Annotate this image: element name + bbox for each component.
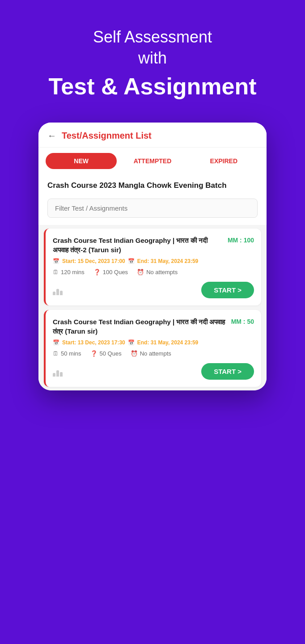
batch-title: Crash Course 2023 Mangla Chowk Evening B… xyxy=(47,181,258,191)
back-button[interactable]: ← xyxy=(47,131,56,141)
phone-wrapper: ← Test/Assignment List NEW ATTEMPTED EXP… xyxy=(0,114,305,408)
questions-label-2: 50 Ques xyxy=(100,350,122,357)
batch-section: Crash Course 2023 Mangla Chowk Evening B… xyxy=(38,174,267,195)
clock-icon-2: 🗓 xyxy=(53,350,59,357)
calendar-icon-start: 📅 xyxy=(53,258,59,264)
timer-icon: ⏰ xyxy=(137,269,144,275)
start-date: Start: 15 Dec, 2023 17:00 xyxy=(62,258,125,264)
duration-item-2: 🗓 50 mins xyxy=(53,350,81,357)
end-date: End: 31 May, 2024 23:59 xyxy=(137,258,199,264)
attempts-label-2: No attempts xyxy=(140,350,171,357)
hero-section: Self Assessment with Test & Assignment xyxy=(0,0,305,114)
test-card-2: Crash Course Test Indian Geography | भार… xyxy=(44,310,261,387)
hero-subtitle: Self Assessment with xyxy=(18,27,287,69)
test-card: Crash Course Test Indian Geography | भार… xyxy=(44,229,261,305)
test-card-top-2: Crash Course Test Indian Geography | भार… xyxy=(53,317,254,336)
calendar-icon-end-2: 📅 xyxy=(128,339,135,346)
bar3 xyxy=(60,291,63,295)
calendar-icon-start-2: 📅 xyxy=(53,339,59,346)
test-title: Crash Course Test Indian Geography | भार… xyxy=(53,236,223,254)
bar1 xyxy=(53,292,55,295)
bar2 xyxy=(56,289,59,295)
start-date-2: Start: 13 Dec, 2023 17:30 xyxy=(62,339,125,346)
header-title: Test/Assignment List xyxy=(62,131,152,141)
start-button-2[interactable]: START > xyxy=(201,363,254,380)
meta-row: 🗓 120 mins ❓ 100 Ques ⏰ No attempts xyxy=(53,269,254,275)
test-card-top: Crash Course Test Indian Geography | भार… xyxy=(53,236,254,254)
tab-new[interactable]: NEW xyxy=(46,153,117,169)
questions-item: ❓ 100 Ques xyxy=(93,269,128,275)
card-footer: START > xyxy=(53,282,254,298)
date-row-2: 📅 Start: 13 Dec, 2023 17:30 📅 End: 31 Ma… xyxy=(53,339,254,346)
meta-row-2: 🗓 50 mins ❓ 50 Ques ⏰ No attempts xyxy=(53,350,254,357)
start-button-1[interactable]: START > xyxy=(201,282,254,298)
filter-section xyxy=(38,195,267,225)
bar2-2 xyxy=(56,370,59,377)
hero-subtitle-line2: with xyxy=(138,49,167,67)
bar3-2 xyxy=(60,372,63,377)
end-date-2: End: 31 May, 2024 23:59 xyxy=(137,339,199,346)
test-title-2: Crash Course Test Indian Geography | भार… xyxy=(53,317,227,336)
question-icon-2: ❓ xyxy=(90,350,97,357)
calendar-icon-end: 📅 xyxy=(128,258,135,264)
timer-icon-2: ⏰ xyxy=(131,350,138,357)
duration-item: 🗓 120 mins xyxy=(53,269,85,275)
filter-input[interactable] xyxy=(47,199,258,218)
mm-badge: MM : 100 xyxy=(228,237,254,244)
card-header: ← Test/Assignment List xyxy=(38,123,267,148)
bar1-2 xyxy=(53,373,55,377)
hero-subtitle-line1: Self Assessment xyxy=(93,28,212,46)
questions-item-2: ❓ 50 Ques xyxy=(90,350,122,357)
duration-label: 120 mins xyxy=(61,269,85,275)
chart-icon xyxy=(53,285,63,295)
tests-list: Crash Course Test Indian Geography | भार… xyxy=(38,225,267,390)
mm-badge-2: MM : 50 xyxy=(231,318,254,325)
card-footer-2: START > xyxy=(53,363,254,380)
tabs-row: NEW ATTEMPTED EXPIRED xyxy=(38,148,267,174)
attempts-label: No attempts xyxy=(146,269,178,275)
attempts-item: ⏰ No attempts xyxy=(137,269,178,275)
clock-icon: 🗓 xyxy=(53,269,59,275)
phone-card: ← Test/Assignment List NEW ATTEMPTED EXP… xyxy=(38,123,267,390)
tab-expired[interactable]: EXPIRED xyxy=(188,153,259,169)
attempts-item-2: ⏰ No attempts xyxy=(131,350,171,357)
hero-title: Test & Assignment xyxy=(18,72,287,100)
questions-label: 100 Ques xyxy=(103,269,128,275)
chart-icon-2 xyxy=(53,367,63,377)
date-row: 📅 Start: 15 Dec, 2023 17:00 📅 End: 31 Ma… xyxy=(53,258,254,264)
tab-attempted[interactable]: ATTEMPTED xyxy=(117,153,188,169)
duration-label-2: 50 mins xyxy=(61,350,81,357)
question-icon: ❓ xyxy=(93,269,101,275)
